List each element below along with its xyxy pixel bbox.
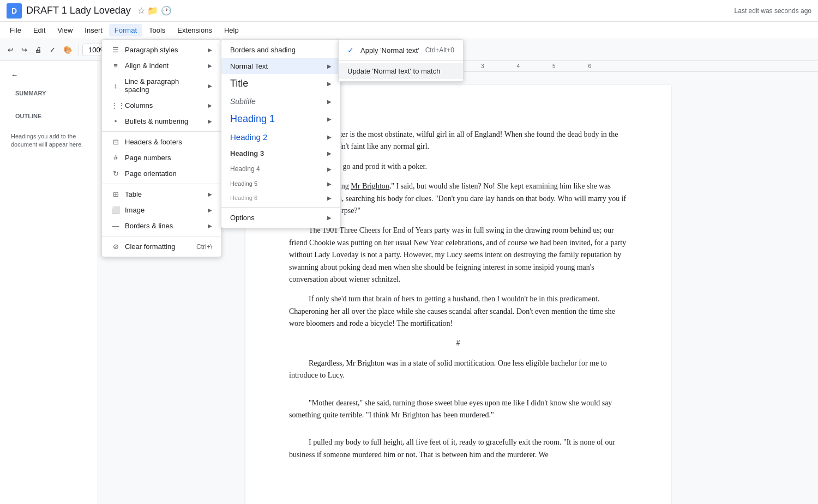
- title-label: Title: [230, 78, 248, 89]
- normal-text-submenu: ✓ Apply 'Normal text' Ctrl+Alt+0 Update …: [338, 39, 464, 82]
- page-numbers-icon: #: [111, 154, 121, 162]
- para-styles-menu: Borders and shading Normal Text ▶ Title …: [221, 39, 341, 228]
- normal-text-arrow: ▶: [327, 63, 332, 69]
- bullets-icon: •: [111, 117, 121, 125]
- doc-title: DRAFT 1 Lady Loveday: [26, 5, 131, 16]
- format-separator-1: [102, 131, 221, 132]
- print-button[interactable]: 🖨: [32, 44, 45, 56]
- paragraph-divider: #: [289, 337, 627, 349]
- columns-label: Columns: [125, 101, 153, 110]
- app-icon: D: [7, 3, 22, 19]
- menu-format[interactable]: Format: [109, 24, 142, 37]
- heading3-arrow: ▶: [327, 150, 332, 156]
- para-style-heading6[interactable]: Heading 6 ▶: [221, 191, 340, 205]
- paragraph-styles-arrow: ▶: [208, 47, 212, 53]
- heading6-arrow: ▶: [327, 195, 332, 201]
- align-indent-arrow: ▶: [208, 63, 212, 69]
- last-edit: Last edit was seconds ago: [735, 7, 811, 15]
- para-style-normal-text[interactable]: Normal Text ▶: [221, 58, 340, 74]
- line-spacing-arrow: ▶: [208, 83, 212, 89]
- apply-check-icon: ✓: [347, 46, 354, 54]
- heading2-label: Heading 2: [230, 132, 267, 142]
- align-indent-icon: ≡: [111, 62, 121, 70]
- format-menu-image[interactable]: ⬜ Image ▶: [102, 202, 221, 218]
- format-menu-page-numbers[interactable]: # Page numbers: [102, 150, 221, 166]
- back-icon: ←: [11, 71, 18, 79]
- heading1-label: Heading 1: [230, 113, 275, 125]
- paragraph-6: Regardless, Mr Brighton was in a state o…: [289, 357, 627, 382]
- title-arrow: ▶: [327, 81, 332, 87]
- separator-1: [79, 45, 79, 56]
- format-menu-headers[interactable]: ⊡ Headers & footers: [102, 134, 221, 150]
- redo-button[interactable]: ↪: [18, 44, 31, 56]
- line-spacing-label: Line & paragraph spacing: [125, 77, 203, 94]
- format-menu-columns[interactable]: ⋮⋮ Columns ▶: [102, 98, 221, 113]
- outline-label: OUTLINE: [11, 111, 46, 122]
- bullets-arrow: ▶: [208, 118, 212, 124]
- sidebar-item-summary[interactable]: SUMMARY: [7, 84, 91, 105]
- page-orientation-icon: ↻: [111, 169, 121, 178]
- menu-help[interactable]: Help: [219, 24, 244, 37]
- para-style-options[interactable]: Options ▶: [221, 210, 340, 226]
- format-menu-line-spacing[interactable]: ↕ Line & paragraph spacing ▶: [102, 74, 221, 98]
- para-style-heading3[interactable]: Heading 3 ▶: [221, 145, 340, 161]
- apply-normal-text[interactable]: ✓ Apply 'Normal text' Ctrl+Alt+0: [339, 42, 463, 58]
- undo-button[interactable]: ↩: [4, 44, 17, 56]
- subtitle-label: Subtitle: [230, 97, 256, 106]
- para-style-heading2[interactable]: Heading 2 ▶: [221, 129, 340, 145]
- heading1-arrow: ▶: [327, 116, 332, 122]
- format-menu-bullets[interactable]: • Bullets & numbering ▶: [102, 113, 221, 129]
- menu-extensions[interactable]: Extensions: [172, 24, 218, 37]
- sidebar: ← SUMMARY OUTLINE Headings you add to th…: [0, 61, 98, 504]
- format-menu-paragraph-styles[interactable]: ☰ Paragraph styles ▶: [102, 42, 221, 58]
- heading5-label: Heading 5: [230, 180, 257, 187]
- image-label: Image: [125, 206, 145, 214]
- page-orientation-label: Page orientation: [125, 169, 177, 178]
- format-menu-align-indent[interactable]: ≡ Align & indent ▶: [102, 58, 221, 74]
- image-arrow: ▶: [208, 207, 212, 213]
- normal-text-separator: [339, 60, 463, 61]
- paragraph-5: If only she'd turn that brain of hers to…: [289, 293, 627, 330]
- format-menu: ☰ Paragraph styles ▶ ≡ Align & indent ▶ …: [101, 39, 221, 257]
- options-arrow: ▶: [327, 215, 332, 221]
- columns-arrow: ▶: [208, 102, 212, 108]
- borders-shading-header: Borders and shading: [221, 42, 340, 58]
- para-style-heading5[interactable]: Heading 5 ▶: [221, 177, 340, 191]
- bullets-label: Bullets & numbering: [125, 117, 188, 125]
- para-style-heading1[interactable]: Heading 1 ▶: [221, 110, 340, 129]
- format-menu-page-orientation[interactable]: ↻ Page orientation: [102, 166, 221, 181]
- para-style-subtitle[interactable]: Subtitle ▶: [221, 93, 340, 110]
- para-style-title[interactable]: Title ▶: [221, 74, 340, 93]
- normal-text-label: Normal Text: [230, 62, 268, 70]
- summary-label: SUMMARY: [11, 88, 50, 99]
- menu-edit[interactable]: Edit: [28, 24, 51, 37]
- heading4-label: Heading 4: [230, 165, 260, 173]
- paragraph-7: "Mother dearest," she said, turning thos…: [289, 397, 627, 422]
- update-normal-text[interactable]: Update 'Normal text' to match: [339, 63, 463, 79]
- menu-bar: File Edit View Insert Format Tools Exten…: [0, 22, 818, 39]
- image-icon: ⬜: [111, 206, 121, 214]
- format-separator-2: [102, 184, 221, 184]
- format-menu-clear-formatting[interactable]: ⊘ Clear formatting Ctrl+\: [102, 239, 221, 254]
- paragraph-styles-label: Paragraph styles: [125, 46, 178, 54]
- spell-check-button[interactable]: ✓: [46, 44, 59, 56]
- sidebar-item-outline[interactable]: OUTLINE: [7, 107, 91, 128]
- clear-formatting-shortcut: Ctrl+\: [196, 243, 212, 251]
- sidebar-back-button[interactable]: ←: [7, 68, 91, 82]
- outline-note: Headings you add to the document will ap…: [7, 130, 91, 151]
- format-menu-table[interactable]: ⊞ Table ▶: [102, 186, 221, 202]
- top-bar: D DRAFT 1 Lady Loveday ☆ 📁 🕐 Last edit w…: [0, 0, 818, 22]
- borders-label: Borders & lines: [125, 222, 173, 230]
- columns-icon: ⋮⋮: [111, 101, 121, 110]
- page-numbers-label: Page numbers: [125, 154, 171, 162]
- menu-file[interactable]: File: [4, 24, 27, 37]
- paragraph-4: The 1901 Three Cheers for End of Years p…: [289, 224, 627, 286]
- format-menu-borders[interactable]: — Borders & lines ▶: [102, 218, 221, 234]
- menu-view[interactable]: View: [52, 24, 78, 37]
- menu-insert[interactable]: Insert: [79, 24, 108, 37]
- menu-tools[interactable]: Tools: [143, 24, 171, 37]
- options-label: Options: [230, 214, 255, 222]
- table-arrow: ▶: [208, 191, 212, 197]
- para-style-heading4[interactable]: Heading 4 ▶: [221, 161, 340, 177]
- paint-format-button[interactable]: 🎨: [60, 44, 75, 56]
